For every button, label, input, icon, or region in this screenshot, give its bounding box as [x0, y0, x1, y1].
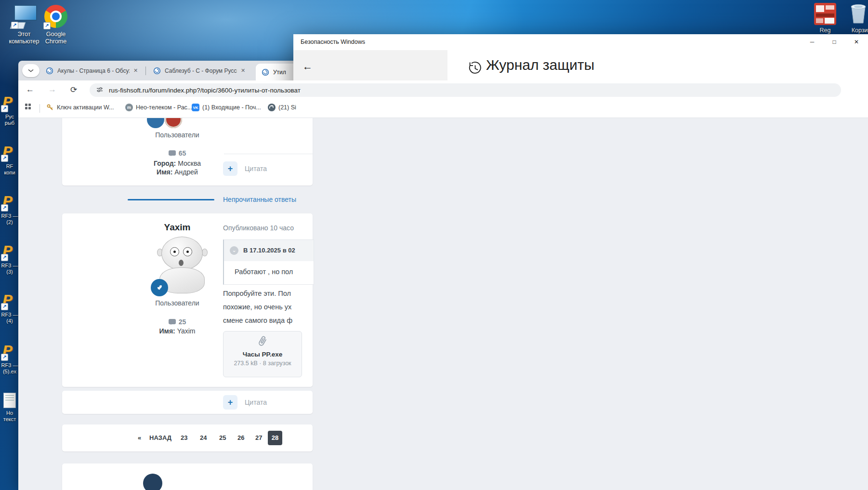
page-back-button[interactable]: НАЗАД	[149, 434, 171, 441]
quote-header: ⌄ В 17.10.2025 в 02	[224, 240, 314, 261]
reload-icon[interactable]: ⟳	[70, 85, 77, 95]
minimize-button[interactable]: ─	[801, 34, 823, 50]
browser-tab-2[interactable]: Саблезуб - С - Форум Русской ✕	[148, 61, 251, 80]
page-number[interactable]: 25	[219, 434, 226, 441]
avatar	[147, 118, 164, 128]
icon-label: RF3 —	[0, 213, 19, 219]
key-icon	[46, 104, 54, 111]
tab-title: Саблезуб - С - Форум Русской	[165, 67, 237, 74]
icon-label: (5).ex	[0, 369, 19, 375]
forum-page: Пользователи 65 Город: Москва Имя: Андре…	[18, 118, 868, 490]
tab-close-icon[interactable]: ✕	[241, 67, 245, 74]
shortcut-arrow-icon: ↗	[1, 303, 8, 310]
page-number[interactable]: 27	[255, 434, 262, 441]
bookmark-neo-telecom[interactable]: m Нео-телеком - Рас...	[125, 104, 192, 111]
rocket-icon	[155, 283, 164, 292]
icon-label: RF3 —	[0, 263, 19, 269]
desktop: ↗ Этот компьютер ↗ Google Chrome Reg Кор…	[0, 0, 868, 490]
tab-title: Акулы - Страница 6 - Обсужде	[57, 67, 130, 74]
page-title: Журнал защиты	[486, 57, 594, 73]
icon-label: RF	[0, 163, 19, 170]
tab-title: Утил	[273, 69, 286, 76]
maximize-button[interactable]: □	[823, 34, 845, 50]
apps-grid-icon[interactable]	[25, 104, 31, 109]
divider	[224, 154, 313, 154]
bookmark-label: (21) Si	[278, 104, 296, 111]
icon-label: копи	[0, 170, 19, 176]
tab-close-icon[interactable]: ✕	[133, 67, 138, 74]
shortcut-arrow-icon: ↗	[1, 354, 8, 361]
arrow-favicon	[268, 104, 276, 111]
icon-label: Но	[0, 410, 19, 416]
post-author[interactable]: Yaxim	[129, 222, 225, 233]
icon-label: (4)	[0, 318, 19, 324]
back-icon[interactable]: ←	[26, 85, 34, 94]
history-clock-icon	[468, 61, 482, 77]
page-current[interactable]: 28	[268, 431, 282, 445]
quote-button[interactable]: Цитата	[245, 165, 267, 172]
user-group: Пользователи	[129, 299, 225, 307]
unread-label[interactable]: Непрочитанные ответы	[223, 196, 296, 203]
page-first-button[interactable]: «	[138, 434, 141, 441]
post-published: Опубликовано 10 часо	[223, 224, 294, 232]
page-number[interactable]: 24	[200, 434, 207, 441]
tab-search-button[interactable]	[22, 64, 39, 77]
address-bar[interactable]: rus-fishsoft.ru/forum/index.php?/topic/3…	[90, 83, 841, 97]
back-icon[interactable]: ←	[302, 61, 313, 72]
browser-toolbar: ← → ⟳ rus-fishsoft.ru/forum/index.php?/t…	[18, 80, 868, 100]
attachment-card[interactable]: Часы PP.exe 273.5 kB · 8 загрузок	[223, 331, 302, 377]
browser-tab-1[interactable]: Акулы - Страница 6 - Обсужде ✕	[41, 61, 144, 80]
post-text-line: смене самого вида ф	[223, 317, 292, 324]
site-favicon	[46, 67, 53, 75]
quote-button[interactable]: Цитата	[245, 398, 267, 406]
desktop-icon-recycle-bin[interactable]: Корзин	[850, 2, 868, 26]
multiquote-button[interactable]: +	[223, 395, 237, 410]
multiquote-button[interactable]: +	[223, 161, 237, 176]
page-number[interactable]: 23	[181, 434, 187, 441]
bookmarks-bar: Ключ активации W... m Нео-телеком - Рас.…	[18, 100, 868, 118]
post-footer-card: + Цитата	[62, 391, 313, 414]
bookmark-vk-inbox[interactable]: VK (1) Входящие - Поч...	[192, 104, 261, 111]
forward-icon[interactable]: →	[48, 85, 56, 94]
icon-label: RF3 —	[0, 312, 19, 318]
bookmark-si[interactable]: (21) Si	[268, 104, 296, 111]
forum-post-card	[62, 464, 313, 490]
chevron-down-icon	[28, 69, 34, 72]
icon-label: RF3 —	[0, 362, 19, 369]
bookmark-activation-key[interactable]: Ключ активации W...	[46, 104, 114, 111]
site-favicon	[262, 68, 269, 76]
icon-label: Рус	[0, 114, 19, 120]
quote-block: ⌄ В 17.10.2025 в 02 Работают , но пол	[223, 239, 314, 285]
this-pc-icon: ↗	[11, 5, 37, 29]
url-text: rus-fishsoft.ru/forum/index.php?/topic/3…	[109, 87, 301, 94]
post-count: 65	[129, 149, 225, 158]
quote-text: Работают , но пол	[235, 268, 293, 276]
bookmark-label: Ключ активации W...	[57, 104, 114, 111]
rank-badge	[151, 279, 168, 296]
close-button[interactable]: ✕	[845, 34, 868, 50]
window-title: Безопасность Windows	[301, 39, 365, 45]
page-number[interactable]: 26	[237, 434, 244, 441]
site-favicon	[153, 67, 161, 75]
post-text-line: похожие, но очень ух	[223, 303, 291, 311]
avatar	[165, 118, 182, 128]
user-name: Имя: Андрей	[129, 168, 225, 176]
bookmarks-divider	[39, 104, 40, 113]
reg-icon	[814, 3, 836, 25]
vk-icon: VK	[192, 104, 199, 111]
user-city: Город: Москва	[129, 159, 225, 167]
icon-label: текст	[0, 416, 19, 423]
icon-label: (3)	[0, 269, 19, 275]
quote-date[interactable]: В 17.10.2025 в 02	[243, 247, 295, 254]
bookmark-label: Нео-телеком - Рас...	[136, 104, 192, 111]
attachment-meta: 273.5 kB · 8 загрузок	[224, 360, 302, 367]
paperclip-icon	[255, 333, 270, 350]
shortcut-arrow-icon: ↗	[1, 254, 8, 261]
recycle-bin-label: Корзин	[847, 27, 868, 34]
titlebar[interactable]: Безопасность Windows ─ □ ✕	[293, 34, 868, 50]
notepad-icon	[3, 393, 16, 408]
forum-post-card: Пользователи 65 Город: Москва Имя: Андре…	[62, 118, 313, 185]
post-count: 25	[129, 318, 225, 326]
icon-label: рыб	[0, 120, 19, 126]
chevron-circle-icon[interactable]: ⌄	[230, 246, 238, 255]
